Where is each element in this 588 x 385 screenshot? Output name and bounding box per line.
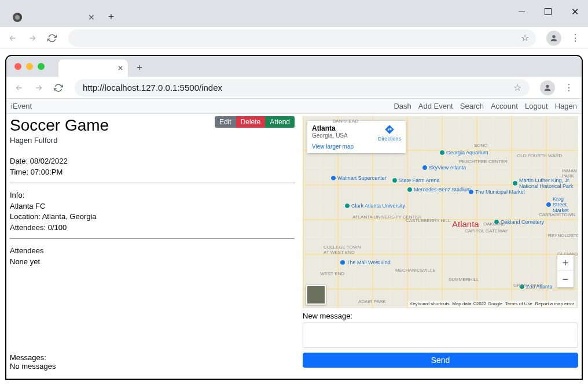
zoom-in-button[interactable]: +	[557, 255, 574, 271]
map-poi[interactable]: Martin Luther King, Jr. National Histori…	[512, 177, 576, 189]
chrome-icon	[64, 64, 72, 72]
tab-close-icon[interactable]: ✕	[117, 64, 123, 72]
view-larger-map-link[interactable]: View larger map	[312, 143, 401, 150]
url-text: http://localhost.127.0.0.1:5500/index	[83, 83, 222, 92]
new-message-input[interactable]	[303, 323, 578, 348]
profile-avatar-icon[interactable]	[546, 31, 561, 46]
nav-username[interactable]: Hagen	[555, 102, 577, 110]
event-host: Hagen Fulford	[10, 136, 109, 145]
map-area-label: CASTLEBERRY HILL	[406, 218, 451, 223]
nav-search[interactable]: Search	[460, 102, 484, 110]
send-button[interactable]: Send	[303, 353, 578, 368]
new-tab-button[interactable]: +	[131, 60, 148, 76]
maximize-button[interactable]	[535, 0, 561, 23]
nav-dash[interactable]: Dash	[394, 102, 411, 110]
map-poi[interactable]: Georgia Aquarium	[439, 150, 488, 156]
map-poi[interactable]: The Municipal Market	[468, 189, 525, 195]
info-section: Info: Atlanta FC Location: Atlanta, Geor…	[10, 190, 295, 239]
forward-button[interactable]	[24, 30, 41, 46]
map-area-label: ADAIR PARK	[358, 299, 386, 304]
chrome-icon	[13, 13, 22, 22]
app-navbar: iEvent Dash Add Event Search Account Log…	[6, 99, 582, 114]
minimize-button[interactable]	[508, 0, 535, 23]
map-poi[interactable]: Clark Atlanta University	[344, 203, 405, 209]
event-title: Soccer Game	[10, 116, 109, 135]
nav-logout[interactable]: Logout	[525, 102, 548, 110]
svg-point-1	[546, 84, 549, 87]
new-tab-button[interactable]: +	[103, 9, 119, 25]
browser-menu-icon[interactable]: ⋮	[571, 32, 580, 43]
map-column: Atlanta Georgia, USA View larger map Dir…	[303, 116, 578, 376]
info-label: Info:	[10, 190, 295, 201]
back-button[interactable]	[11, 80, 27, 96]
title-row: Soccer Game Hagen Fulford Edit Delete At…	[10, 116, 295, 145]
bookmark-star-icon[interactable]: ☆	[513, 82, 521, 93]
inner-browser-tab[interactable]: ✕	[58, 60, 128, 77]
map-poi[interactable]: Krog Street Market	[546, 196, 578, 213]
delete-button[interactable]: Delete	[236, 116, 266, 128]
inner-address-bar[interactable]: http://localhost.127.0.0.1:5500/index ☆	[75, 79, 530, 97]
attendees-count: Attendees: 0/100	[10, 223, 295, 234]
map-area-label: OLD FOURTH WARD	[517, 153, 562, 158]
mac-zoom-button[interactable]	[38, 63, 45, 70]
attrib-terms[interactable]: Terms of Use	[505, 301, 532, 306]
map-poi[interactable]: The Mall West End	[340, 260, 391, 265]
edit-button[interactable]: Edit	[215, 116, 236, 128]
attendees-header: Attendees	[10, 246, 295, 257]
brand-label[interactable]: iEvent	[11, 102, 32, 110]
attend-button[interactable]: Attend	[265, 116, 295, 128]
map-satellite-toggle[interactable]	[306, 285, 326, 305]
map-zoom-controls: + −	[557, 255, 574, 287]
mac-minimize-button[interactable]	[26, 63, 33, 70]
nav-links: Dash Add Event Search Account Logout Hag…	[394, 102, 577, 110]
zoom-out-button[interactable]: −	[557, 271, 574, 287]
map-poi[interactable]: SkyView Atlanta	[422, 165, 466, 171]
nav-add-event[interactable]: Add Event	[418, 102, 453, 110]
messages-none: No messages	[10, 362, 295, 371]
forward-button[interactable]	[31, 80, 47, 96]
map-info-card: Atlanta Georgia, USA View larger map Dir…	[307, 121, 406, 153]
location-text: Location: Atlanta, Georgia	[10, 212, 295, 223]
map-poi[interactable]: State Farm Arena	[392, 177, 440, 183]
map-area-label: SONO	[474, 143, 488, 148]
reload-button[interactable]	[50, 80, 67, 96]
attrib-data: Map data ©2022 Google	[452, 301, 502, 306]
outer-address-bar[interactable]: ☆	[68, 29, 536, 47]
map-attribution: Keyboard shortcuts Map data ©2022 Google…	[408, 301, 576, 307]
close-window-button[interactable]: ✕	[561, 0, 588, 23]
mac-close-button[interactable]	[14, 63, 21, 70]
back-button[interactable]	[5, 30, 21, 46]
messages-section: Messages: No messages	[10, 353, 295, 371]
bookmark-star-icon[interactable]: ☆	[521, 32, 529, 43]
new-message-label: New message:	[303, 312, 578, 320]
outer-tab-strip: ✕ + ✕	[0, 0, 588, 27]
page-content: iEvent Dash Add Event Search Account Log…	[6, 99, 582, 379]
directions-icon	[384, 124, 395, 135]
attrib-shortcuts[interactable]: Keyboard shortcuts	[410, 301, 450, 306]
inner-tab-strip: ✕ +	[6, 56, 582, 77]
profile-avatar-icon[interactable]	[540, 80, 555, 95]
datetime-section: Date: 08/02/2022 Time: 07:00:PM	[10, 156, 295, 183]
map-area-label: MECHANICSVILLE	[395, 268, 436, 273]
map-area-label: BANKHEAD	[333, 119, 358, 124]
map-poi[interactable]: Walmart Supercenter	[330, 175, 387, 181]
event-time: Time: 07:00:PM	[10, 167, 295, 178]
reload-button[interactable]	[44, 30, 60, 46]
nav-account[interactable]: Account	[491, 102, 518, 110]
attrib-report[interactable]: Report a map error	[535, 301, 574, 306]
browser-menu-icon[interactable]: ⋮	[564, 82, 574, 93]
tab-close-icon[interactable]: ✕	[88, 13, 95, 22]
svg-point-0	[552, 35, 555, 38]
map-area-label: PEACHTREE CENTER	[459, 159, 508, 164]
outer-toolbar: ☆ ⋮	[0, 27, 588, 49]
map-embed[interactable]: Atlanta Georgia, USA View larger map Dir…	[303, 116, 578, 308]
outer-chrome-window: ✕ + ✕ ☆ ⋮	[0, 0, 588, 385]
directions-link[interactable]: Directions	[378, 124, 401, 142]
event-details-column: Soccer Game Hagen Fulford Edit Delete At…	[10, 116, 295, 376]
outer-browser-tab[interactable]: ✕	[7, 8, 100, 27]
map-area-label: COLLEGE TOWN AT WEST END	[324, 245, 364, 255]
inner-chrome-window: ✕ + http://localhost.127.0.0.1:5500/inde…	[6, 55, 582, 379]
map-poi[interactable]: Mercedes-Benz Stadium	[407, 187, 471, 192]
action-buttons: Edit Delete Attend	[215, 116, 295, 128]
messages-header: Messages:	[10, 353, 295, 362]
